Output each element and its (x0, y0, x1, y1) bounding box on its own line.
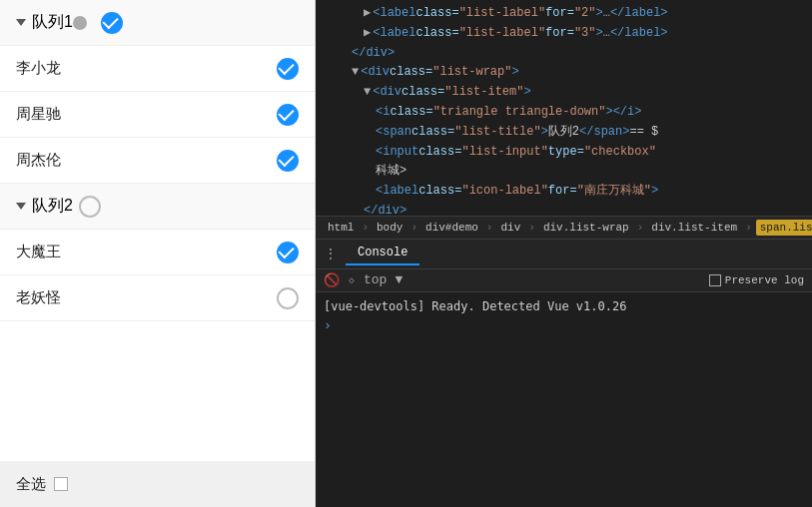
top-label[interactable]: top (364, 272, 387, 287)
breadcrumb-div[interactable]: div (496, 220, 524, 236)
list-item-lixiaolong[interactable]: 李小龙 (0, 46, 315, 92)
devtools-panel: ▶ <label class="list-label" for="2" > … … (316, 0, 812, 507)
breadcrumb-html[interactable]: html (324, 220, 358, 236)
filter-icon[interactable]: ⬦ (348, 272, 356, 287)
devtools-code-area: ▶ <label class="list-label" for="2" > … … (316, 0, 812, 216)
select-all-label: 全选 (16, 475, 46, 494)
breadcrumb-divdemo[interactable]: div#demo (421, 220, 482, 236)
breadcrumb-spanlist[interactable]: span.list- (756, 220, 812, 236)
code-line-2: ▶ <label class="list-label" for="3" > … … (316, 24, 812, 44)
item-checkbox-zhouxingchi[interactable] (277, 104, 299, 126)
code-line-1: ▶ <label class="list-label" for="2" > … … (316, 4, 812, 24)
group2-label: 队列2 (32, 196, 73, 217)
group1-label: 队列1 (32, 12, 73, 33)
group1-checkbox[interactable] (101, 12, 123, 34)
left-panel: 队列1 李小龙 周星驰 周杰伦 队列2 大魔王 老妖怪 全选 (0, 0, 316, 507)
item-label-zhouxingchi: 周星驰 (16, 105, 277, 124)
preserve-log-label: Preserve log (725, 274, 804, 286)
code-line-5: ▼ <div class="list-item" > (316, 83, 812, 103)
code-line-7: <span class="list-title" > 队列2 </span> =… (316, 123, 812, 143)
select-all-checkbox[interactable] (54, 477, 68, 491)
code-line-6: <i class="triangle triangle-down" ></i> (316, 103, 812, 123)
expand-arrow-1[interactable]: ▶ (364, 4, 371, 24)
tab-console[interactable]: Console (346, 242, 419, 265)
console-toolbar: 🚫 ⬦ top ▼ Preserve log (316, 269, 812, 292)
console-tab-bar: ⋮ Console (316, 240, 812, 269)
breadcrumb-bar: html › body › div#demo › div › div.list-… (316, 216, 812, 240)
code-line-10: <label class="icon-label" for="南庄万科城" > (316, 182, 812, 202)
list-item-zhoujaielun[interactable]: 周杰伦 (0, 138, 315, 184)
group2-triangle-icon (16, 203, 26, 210)
code-line-11: </div> (316, 202, 812, 216)
group1-triangle-icon (16, 19, 26, 26)
code-line-3: </div> (316, 44, 812, 64)
breadcrumb-divlistwrap[interactable]: div.list-wrap (539, 220, 633, 236)
console-output: [vue-devtools] Ready. Detected Vue v1.0.… (316, 292, 812, 508)
item-checkbox-laoyaoguai[interactable] (277, 287, 299, 309)
group1-bullet (73, 16, 87, 30)
code-line-8: <input class="list-input" type="checkbox… (316, 143, 812, 163)
item-label-lixiaolong: 李小龙 (16, 59, 277, 78)
expand-arrow-2[interactable]: ▶ (364, 24, 371, 44)
list-item-damowang[interactable]: 大魔王 (0, 230, 315, 275)
list-item-zhouxingchi[interactable]: 周星驰 (0, 92, 315, 138)
group2-header[interactable]: 队列2 (0, 184, 315, 230)
item-checkbox-zhoujaielun[interactable] (277, 150, 299, 172)
item-checkbox-lixiaolong[interactable] (277, 58, 299, 80)
expand-arrow-5[interactable]: ▼ (364, 83, 371, 103)
code-line-4: ▼ <div class="list-wrap" > (316, 63, 812, 83)
group1-header[interactable]: 队列1 (0, 0, 315, 46)
item-label-zhoujaielun: 周杰伦 (16, 151, 277, 170)
group2-checkbox[interactable] (79, 196, 101, 218)
breadcrumb-body[interactable]: body (373, 220, 406, 236)
preserve-log-checkbox[interactable] (709, 274, 721, 286)
preserve-log-group: Preserve log (709, 274, 804, 286)
dropdown-icon[interactable]: ▼ (395, 272, 403, 287)
menu-dots-icon[interactable]: ⋮ (324, 246, 338, 262)
item-label-damowang: 大魔王 (16, 243, 277, 261)
expand-arrow-4[interactable]: ▼ (352, 63, 359, 83)
console-message-1: [vue-devtools] Ready. Detected Vue v1.0.… (324, 296, 804, 316)
item-checkbox-damowang[interactable] (277, 242, 299, 263)
item-label-laoyaoguai: 老妖怪 (16, 288, 277, 307)
code-line-9: 科城> (316, 162, 812, 182)
select-all-row[interactable]: 全选 (0, 461, 315, 507)
no-entry-icon[interactable]: 🚫 (324, 272, 340, 288)
console-prompt[interactable]: › (324, 316, 804, 335)
list-item-laoyaoguai[interactable]: 老妖怪 (0, 275, 315, 321)
breadcrumb-divlistitem[interactable]: div.list-item (647, 220, 741, 236)
